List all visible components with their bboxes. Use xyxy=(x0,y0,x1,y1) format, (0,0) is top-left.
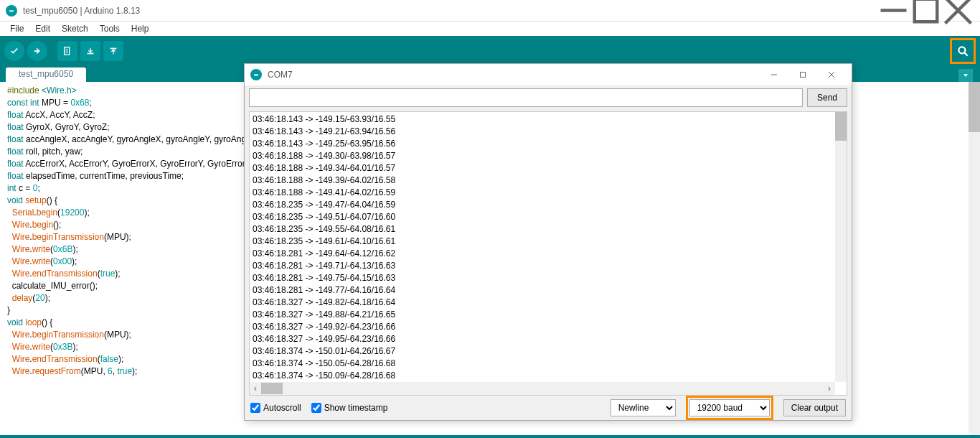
sm-output-line: 03:46:18.327 -> -149.95/-64.23/16.66 xyxy=(253,333,844,345)
status-bar xyxy=(0,435,980,438)
window-title: test_mpu6050 | Arduino 1.8.13 xyxy=(23,6,140,16)
sm-send-button[interactable]: Send xyxy=(807,88,847,107)
timestamp-input[interactable] xyxy=(311,403,321,413)
sm-output-line: 03:46:18.327 -> -149.92/-64.23/16.66 xyxy=(253,321,844,333)
menu-sketch[interactable]: Sketch xyxy=(56,22,94,35)
baud-highlight: 19200 baud xyxy=(686,396,773,420)
sm-output-line: 03:46:18.188 -> -149.34/-64.01/16.57 xyxy=(253,162,844,174)
sm-output-line: 03:46:18.281 -> -149.77/-64.16/16.64 xyxy=(253,284,844,297)
menu-tools[interactable]: Tools xyxy=(94,22,126,35)
close-button[interactable] xyxy=(942,0,974,22)
svg-line-8 xyxy=(964,52,968,56)
timestamp-label: Show timestamp xyxy=(324,403,388,413)
sm-hscrollbar[interactable]: ‹ › xyxy=(250,382,835,395)
sm-output-line: 03:46:18.235 -> -149.61/-64.10/16.61 xyxy=(253,236,844,248)
sm-output-line: 03:46:18.188 -> -149.41/-64.02/16.59 xyxy=(253,187,844,199)
tab-menu-button[interactable] xyxy=(958,69,973,82)
sm-output-line: 03:46:18.235 -> -149.51/-64.07/16.60 xyxy=(253,211,844,223)
minimize-button[interactable] xyxy=(877,0,910,22)
autoscroll-label: Autoscroll xyxy=(263,403,301,413)
sm-output-line: 03:46:18.281 -> -149.75/-64.15/16.63 xyxy=(253,272,844,284)
editor-scrollbar[interactable] xyxy=(969,82,980,435)
tab-main[interactable]: test_mpu6050 xyxy=(6,67,86,82)
scroll-left-icon[interactable]: ‹ xyxy=(250,383,261,394)
sm-output-line: 03:46:18.143 -> -149.21/-63.94/16.56 xyxy=(253,126,844,138)
menu-file[interactable]: File xyxy=(4,22,29,35)
sm-vscrollbar[interactable] xyxy=(835,112,847,382)
svg-rect-5 xyxy=(88,53,94,55)
toolbar xyxy=(0,36,980,66)
sm-output-line: 03:46:18.143 -> -149.25/-63.95/16.56 xyxy=(253,138,844,150)
sm-output-line: 03:46:18.143 -> -149.15/-63.93/16.55 xyxy=(253,113,844,126)
sm-output-line: 03:46:18.374 -> -150.05/-64.28/16.68 xyxy=(253,358,844,370)
sm-titlebar: ∞ COM7 xyxy=(245,64,852,85)
svg-point-7 xyxy=(958,47,965,53)
sm-output-line: 03:46:18.235 -> -149.47/-64.04/16.59 xyxy=(253,199,844,211)
sm-maximize-button[interactable] xyxy=(788,65,817,85)
sm-output-line: 03:46:18.281 -> -149.64/-64.12/16.62 xyxy=(253,248,844,260)
sm-output-line: 03:46:18.374 -> -150.01/-64.26/16.67 xyxy=(253,345,844,358)
serial-monitor-button[interactable] xyxy=(950,38,976,64)
sm-output-line: 03:46:18.327 -> -149.82/-64.18/16.64 xyxy=(253,297,844,309)
sm-bottom-row: Autoscroll Show timestamp Newline 19200 … xyxy=(245,396,852,420)
arduino-logo-icon: ∞ xyxy=(6,5,17,17)
save-button[interactable] xyxy=(103,41,123,61)
verify-button[interactable] xyxy=(4,41,24,61)
sm-output-line: 03:46:18.188 -> -149.30/-63.98/16.57 xyxy=(253,150,844,162)
menu-bar: File Edit Sketch Tools Help xyxy=(0,22,980,36)
autoscroll-checkbox[interactable]: Autoscroll xyxy=(250,403,301,413)
window-titlebar: ∞ test_mpu6050 | Arduino 1.8.13 xyxy=(0,0,980,22)
lineending-select[interactable]: Newline xyxy=(611,399,676,416)
sm-output-line: 03:46:18.374 -> -150.09/-64.28/16.68 xyxy=(253,370,844,382)
sm-input[interactable] xyxy=(249,88,803,107)
menu-help[interactable]: Help xyxy=(126,22,155,35)
sm-output-line: 03:46:18.188 -> -149.39/-64.02/16.58 xyxy=(253,174,844,187)
timestamp-checkbox[interactable]: Show timestamp xyxy=(311,403,388,413)
svg-rect-6 xyxy=(110,48,117,50)
svg-rect-10 xyxy=(801,73,806,78)
sm-minimize-button[interactable] xyxy=(760,65,788,85)
sm-output-line: 03:46:18.235 -> -149.55/-64.08/16.61 xyxy=(253,223,844,236)
sm-output-line: 03:46:18.281 -> -149.71/-64.13/16.63 xyxy=(253,260,844,272)
sm-close-button[interactable] xyxy=(817,65,846,85)
open-button[interactable] xyxy=(80,41,100,61)
clear-output-button[interactable]: Clear output xyxy=(783,399,846,416)
maximize-button[interactable] xyxy=(910,0,942,22)
svg-rect-1 xyxy=(915,0,938,22)
upload-button[interactable] xyxy=(27,41,47,61)
menu-edit[interactable]: Edit xyxy=(29,22,56,35)
serial-monitor-window: ∞ COM7 Send 03:46:18.143 -> -149.15/-63.… xyxy=(244,63,852,421)
sm-output-line: 03:46:18.327 -> -149.88/-64.21/16.65 xyxy=(253,309,844,321)
scroll-right-icon[interactable]: › xyxy=(824,383,835,394)
new-button[interactable] xyxy=(57,41,77,61)
arduino-logo-icon: ∞ xyxy=(250,69,262,80)
sm-output[interactable]: 03:46:18.143 -> -149.15/-63.93/16.5503:4… xyxy=(249,111,847,396)
autoscroll-input[interactable] xyxy=(250,403,260,413)
sm-title: COM7 xyxy=(268,70,293,80)
sm-send-row: Send xyxy=(245,85,852,111)
baud-select[interactable]: 19200 baud xyxy=(689,399,770,416)
